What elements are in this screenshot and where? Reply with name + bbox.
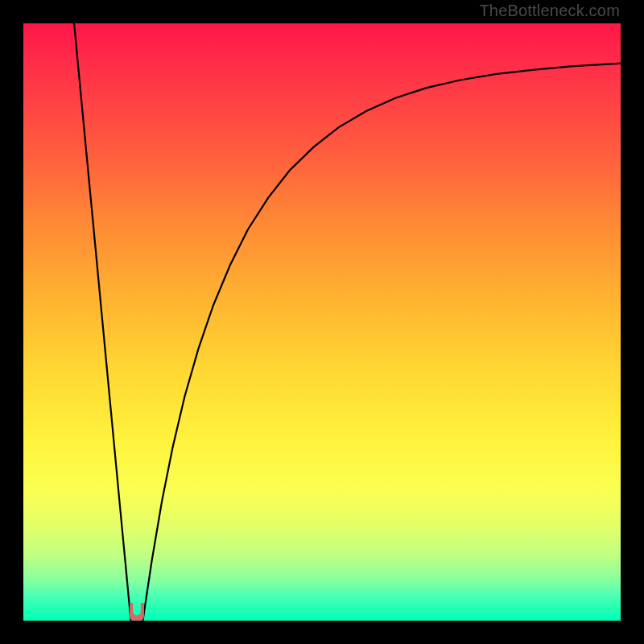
chart-frame: TheBottleneck.com (0, 0, 644, 644)
left-branch-path (74, 23, 130, 621)
watermark-text: TheBottleneck.com (479, 2, 620, 20)
curve-group (74, 23, 621, 621)
plot-area (23, 23, 621, 621)
cusp-marker (130, 603, 144, 621)
right-branch-path (142, 64, 621, 621)
bottleneck-curve (23, 23, 621, 621)
